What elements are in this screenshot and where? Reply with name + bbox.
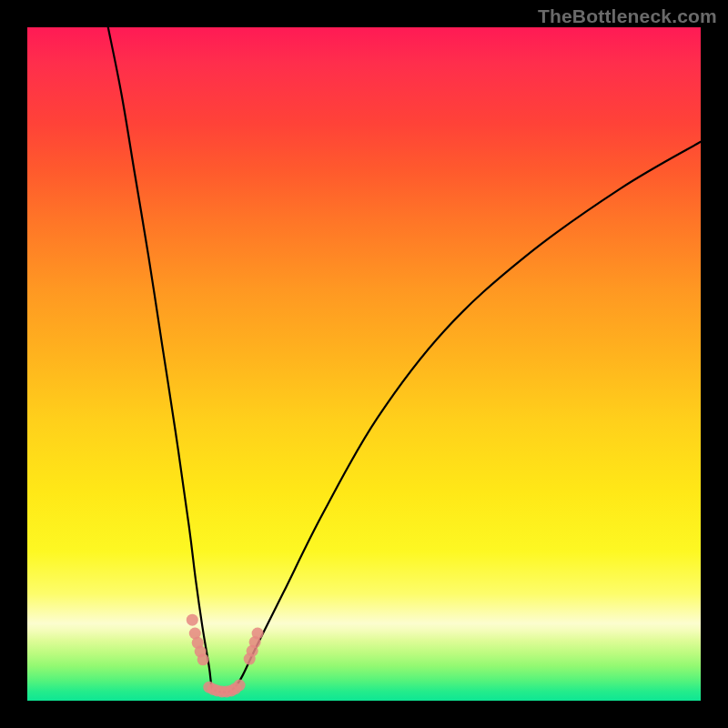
chart-frame: TheBottleneck.com: [0, 0, 728, 728]
watermark-text: TheBottleneck.com: [538, 5, 717, 27]
curve-marker: [252, 628, 264, 640]
curve-marker: [197, 653, 209, 665]
curve-marker: [187, 614, 198, 626]
curve-marker: [234, 679, 246, 691]
curve-markers: [187, 614, 264, 698]
curve-svg: [27, 27, 701, 701]
plot-area: [27, 27, 701, 701]
bottleneck-curve: [108, 27, 701, 693]
